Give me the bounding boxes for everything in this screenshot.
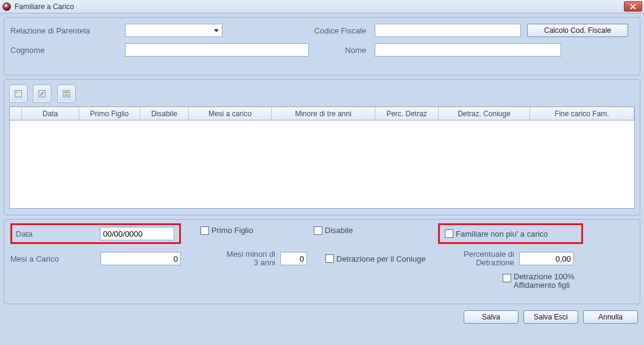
familiare-highlight: Familiare non piu' a carico <box>438 223 583 244</box>
detrazione-coniuge-checkbox[interactable]: Detrazione per il Coniuge <box>325 254 447 263</box>
primo-figlio-checkbox[interactable]: Primo Figlio <box>200 226 253 235</box>
relazione-select[interactable] <box>125 24 222 37</box>
nome-label: Nome <box>309 46 375 55</box>
detraz-100-checkbox[interactable]: Detrazione 100% Affidamento figli <box>503 273 634 290</box>
titlebar: Familiare a Carico <box>0 0 644 13</box>
identity-panel: Relazione di Parentela Codice Fiscale Ca… <box>4 17 640 75</box>
mesi-minori-label: Mesi minori di 3 anni <box>224 250 275 268</box>
checkbox-icon <box>325 254 334 263</box>
th-mesi-carico[interactable]: Mesi a carico <box>189 107 272 120</box>
data-highlight: Data <box>10 223 181 244</box>
th-minore-tre[interactable]: Minore di tre anni <box>272 107 375 120</box>
calcolo-button[interactable]: Calcolo Cod. Fiscale <box>527 24 628 37</box>
svg-rect-4 <box>64 92 68 94</box>
salva-button[interactable]: Salva <box>464 310 518 324</box>
checkbox-icon <box>314 226 322 235</box>
chevron-down-icon <box>214 29 219 32</box>
th-disabile[interactable]: Disabile <box>140 107 189 120</box>
checkbox-icon <box>200 226 209 235</box>
checkbox-icon <box>445 229 453 238</box>
close-icon <box>630 4 636 10</box>
window-title: Familiare a Carico <box>15 2 74 11</box>
app-icon <box>2 2 11 11</box>
perc-detraz-label: Percentuale di Detrazione <box>447 250 514 268</box>
data-label: Data <box>16 229 100 239</box>
detail-panel: Data Primo Figlio Disabile Familiare non… <box>4 219 640 304</box>
mesi-carico-label: Mesi a Carico <box>10 254 101 263</box>
codice-label: Codice Fiscale <box>222 26 375 35</box>
close-button[interactable] <box>624 1 642 12</box>
annulla-button[interactable]: Annulla <box>583 310 638 324</box>
cognome-input[interactable] <box>125 43 309 57</box>
primo-figlio-label: Primo Figlio <box>211 226 253 235</box>
familiare-non-piu-label: Familiare non piu' a carico <box>456 229 548 239</box>
th-data[interactable]: Data <box>22 107 79 120</box>
svg-rect-3 <box>63 91 69 97</box>
toolbar-btn-3[interactable] <box>57 85 76 103</box>
perc-detraz-input[interactable] <box>519 252 574 265</box>
relazione-label: Relazione di Parentela <box>10 26 125 35</box>
mesi-minori-input[interactable] <box>280 252 307 265</box>
disabile-label: Disabile <box>325 226 353 235</box>
records-panel: Data Primo Figlio Disabile Mesi a carico… <box>4 79 640 215</box>
salva-esci-button[interactable]: Salva Esci <box>523 310 578 324</box>
cognome-label: Cognome <box>10 46 125 55</box>
toolbar-btn-1[interactable] <box>9 85 27 103</box>
th-rowselector <box>10 107 22 120</box>
nome-input[interactable] <box>375 43 561 57</box>
codice-input[interactable] <box>375 24 521 37</box>
toolbar-btn-2[interactable] <box>33 85 51 103</box>
svg-rect-1 <box>16 92 19 94</box>
footer-buttons: Salva Salva Esci Annulla <box>0 308 644 324</box>
table-header: Data Primo Figlio Disabile Mesi a carico… <box>10 107 634 120</box>
th-fine-carico[interactable]: Fine carico Fam. <box>530 107 634 120</box>
disabile-checkbox[interactable]: Disabile <box>314 226 353 235</box>
records-table[interactable]: Data Primo Figlio Disabile Mesi a carico… <box>9 106 635 209</box>
toolbar <box>9 85 635 103</box>
grid-icon <box>62 89 71 98</box>
detrazione-coniuge-label: Detrazione per il Coniuge <box>336 254 426 263</box>
familiare-non-piu-checkbox[interactable]: Familiare non piu' a carico <box>445 229 548 239</box>
th-primo-figlio[interactable]: Primo Figlio <box>79 107 140 120</box>
checkbox-icon <box>503 274 511 282</box>
svg-rect-0 <box>15 91 22 97</box>
detraz-100-label: Detrazione 100% Affidamento figli <box>514 273 587 290</box>
mesi-carico-input[interactable] <box>101 252 181 265</box>
edit-icon <box>38 89 46 98</box>
sheet-icon <box>14 89 23 98</box>
data-input[interactable] <box>100 227 174 240</box>
svg-rect-5 <box>64 94 68 96</box>
th-detraz-coniuge[interactable]: Detraz. Coniuge <box>439 107 530 120</box>
th-perc-detraz[interactable]: Perc. Detraz <box>375 107 439 120</box>
